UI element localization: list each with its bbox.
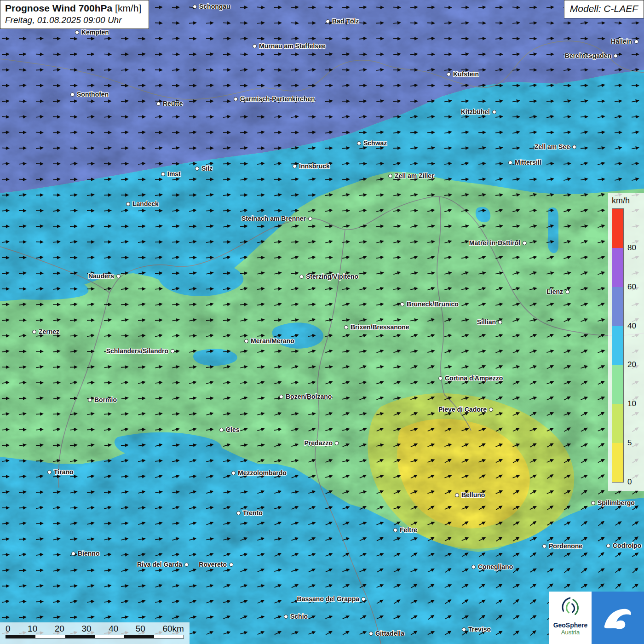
city-marker: Silz xyxy=(195,165,213,172)
city-label: Berchtesgaden xyxy=(565,52,611,59)
city-label: Kempten xyxy=(81,29,109,36)
city-marker: Zernez xyxy=(32,328,59,335)
city-marker: Pieve di Cadore xyxy=(438,406,493,413)
city-dot xyxy=(236,511,241,515)
city-dot xyxy=(47,470,52,474)
city-label: Schio xyxy=(290,613,308,620)
city-marker: Mezzolombardo xyxy=(231,469,287,477)
city-marker: Trento xyxy=(236,509,263,517)
city-marker: Mittersill xyxy=(508,159,541,166)
legend-segment: 60 xyxy=(612,248,623,287)
city-dot xyxy=(253,44,257,48)
city-dot xyxy=(335,441,339,445)
city-marker: Sterzing/Vipiteno xyxy=(299,273,358,280)
city-dot xyxy=(229,563,233,567)
city-marker: Lienz xyxy=(546,288,569,295)
city-marker: Feltre xyxy=(393,526,417,534)
city-marker: Schlanders/Silandro xyxy=(106,347,175,355)
scalebar-tick: 40 xyxy=(109,624,118,634)
city-label: Bozen/Bolzano xyxy=(286,393,332,400)
city-marker: Cittadella xyxy=(369,630,404,637)
city-label: Pordenone xyxy=(549,542,582,550)
city-dot xyxy=(400,302,404,306)
scalebar-tick: 10 xyxy=(28,624,37,634)
city-label: Bormio xyxy=(94,396,117,403)
city-marker: Matrei in Osttirol xyxy=(469,239,527,247)
city-dot xyxy=(472,565,476,569)
city-dot xyxy=(71,552,75,556)
legend-tick-label: 0 xyxy=(627,477,632,487)
scalebar-tick: 0 xyxy=(6,624,11,634)
city-marker: Schwaz xyxy=(357,139,387,147)
city-label: Pieve di Cadore xyxy=(438,406,487,413)
city-marker: Cortina d'Ampezzo xyxy=(438,374,503,382)
city-dot xyxy=(447,72,451,76)
city-label: Innsbruck xyxy=(299,162,330,170)
city-marker: Schongau xyxy=(193,3,230,10)
scalebar-segment xyxy=(95,635,124,638)
city-label: Treviso xyxy=(468,626,491,633)
city-label: Reutte xyxy=(163,100,183,107)
city-label: Schwaz xyxy=(363,139,387,147)
title-box: Prognose Wind 700hPa [km/h] Freitag, 01.… xyxy=(0,0,149,29)
city-label: Mezzolombardo xyxy=(238,469,287,477)
city-marker: Bruneck/Brunico xyxy=(400,300,459,308)
city-marker: Pordenone xyxy=(542,542,582,550)
city-marker: Kempten xyxy=(75,29,109,36)
geosphere-mark-box xyxy=(592,592,644,644)
city-label: Garmisch-Partenkirchen xyxy=(240,95,315,103)
city-label: Cles xyxy=(226,426,240,433)
city-marker: Steinach am Brenner xyxy=(242,215,312,222)
scalebar-tick: 20 xyxy=(55,624,64,634)
city-dot xyxy=(234,97,238,101)
city-marker: Predazzo xyxy=(305,439,339,447)
city-marker: Cles xyxy=(219,426,240,433)
city-marker: Belluno xyxy=(455,491,485,499)
city-marker: Bozen/Bolzano xyxy=(279,393,332,400)
legend-bar: 806040201050 xyxy=(612,208,624,483)
city-marker: Sillian xyxy=(477,318,502,326)
city-dot xyxy=(195,167,199,171)
scalebar-ticks: 0102030405060km xyxy=(6,624,184,634)
city-label: Conegliano xyxy=(478,563,513,570)
city-label: Zernez xyxy=(39,328,59,335)
legend-panel: km/h 806040201050 xyxy=(608,193,644,491)
city-marker: Innsbruck xyxy=(293,162,330,170)
city-label: Feltre xyxy=(400,526,417,534)
scalebar-tick: 50 xyxy=(136,624,145,634)
legend-segment: 20 xyxy=(612,326,623,365)
geosphere-swirl-icon xyxy=(558,595,582,619)
title-text: Prognose Wind 700hPa xyxy=(5,3,112,13)
legend-segment: 40 xyxy=(612,287,623,326)
scalebar-segment xyxy=(154,635,184,638)
city-dot xyxy=(591,501,595,505)
city-dot xyxy=(369,632,373,636)
city-dot xyxy=(438,376,443,380)
scalebar-segment xyxy=(65,635,95,638)
city-marker: Nauders xyxy=(88,272,121,280)
city-label: Bassano del Grappa xyxy=(297,595,359,603)
scalebar-tick: 60km xyxy=(162,624,184,634)
legend-unit-label: km/h xyxy=(612,196,644,206)
city-label: Brixen/Bressanone xyxy=(351,323,409,331)
geosphere-mark-icon xyxy=(601,603,635,632)
forecast-datetime: Freitag, 01.08.2025 09:00 Uhr xyxy=(5,15,141,25)
city-dot xyxy=(542,544,546,548)
city-marker: Conegliano xyxy=(472,563,513,570)
scalebar-tick: 30 xyxy=(81,624,91,634)
city-dot xyxy=(388,174,392,178)
city-dot xyxy=(565,290,569,294)
city-dot xyxy=(193,5,197,9)
title-unit: [km/h] xyxy=(115,3,141,13)
city-dot xyxy=(523,241,527,245)
city-marker: Kufstein xyxy=(447,70,479,78)
city-dot xyxy=(75,30,79,34)
scalebar-segment xyxy=(35,635,65,638)
city-marker: Meran/Merano xyxy=(244,337,294,345)
city-dot xyxy=(508,161,512,165)
city-marker: Rovereto xyxy=(199,561,233,568)
city-label: Riva del Garda xyxy=(137,561,182,568)
city-marker: Tirano xyxy=(47,468,74,476)
city-label: Kitzbühel xyxy=(461,108,490,115)
city-label: Sonthofen xyxy=(77,91,109,98)
